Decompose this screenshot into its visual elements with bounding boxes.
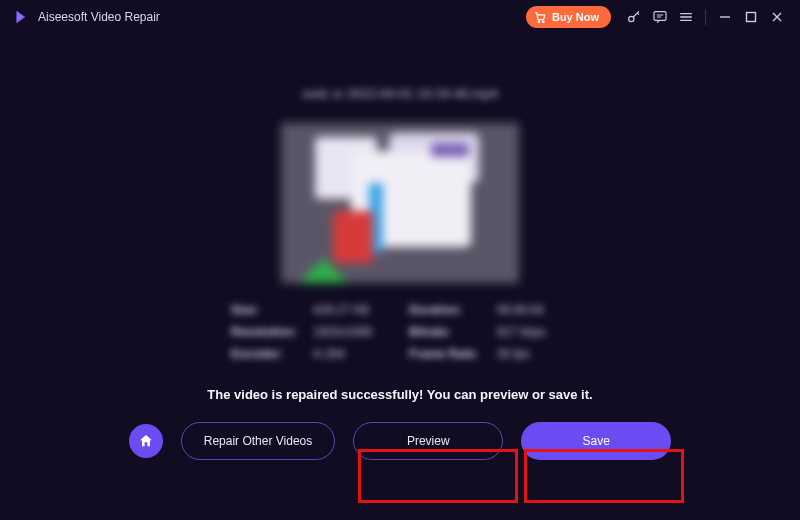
meta-duration-label: Duration:: [409, 303, 487, 317]
app-logo-icon: [12, 8, 30, 26]
meta-framerate-label: Frame Rate:: [409, 347, 487, 361]
cart-icon: [534, 11, 547, 24]
maximize-button[interactable]: [738, 4, 764, 30]
repaired-filename: xxdc sr 2022-04-01 10-33-40.mp4: [302, 86, 498, 101]
svg-point-1: [542, 21, 544, 23]
menu-icon[interactable]: [673, 4, 699, 30]
result-panel: xxdc sr 2022-04-01 10-33-40.mp4 Size: 42…: [0, 34, 800, 520]
app-title: Aiseesoft Video Repair: [38, 10, 160, 24]
titlebar-separator: [705, 9, 706, 25]
meta-bitrate-label: Bitrate:: [409, 325, 487, 339]
preview-button[interactable]: Preview: [353, 422, 503, 460]
titlebar: Aiseesoft Video Repair Buy Now: [0, 0, 800, 34]
home-button[interactable]: [129, 424, 163, 458]
svg-rect-4: [747, 13, 756, 22]
meta-size-value: 429.27 KB: [313, 303, 399, 317]
close-button[interactable]: [764, 4, 790, 30]
buy-now-button[interactable]: Buy Now: [526, 6, 611, 28]
save-button[interactable]: Save: [521, 422, 671, 460]
video-thumbnail: [281, 123, 519, 283]
feedback-icon[interactable]: [647, 4, 673, 30]
status-text: The video is repaired successfully! You …: [207, 387, 592, 402]
video-metadata: Size: 429.27 KB Duration: 00:00:04 Resol…: [231, 303, 569, 361]
action-bar: Repair Other Videos Preview Save: [129, 422, 672, 460]
home-icon: [138, 433, 154, 449]
svg-rect-3: [654, 12, 666, 21]
meta-resolution-label: Resolution:: [231, 325, 303, 339]
minimize-button[interactable]: [712, 4, 738, 30]
meta-resolution-value: 1920x1080: [313, 325, 399, 339]
meta-size-label: Size:: [231, 303, 303, 317]
meta-encoder-label: Encoder:: [231, 347, 303, 361]
meta-framerate-value: 30 fps: [497, 347, 569, 361]
key-icon[interactable]: [621, 4, 647, 30]
meta-encoder-value: H.264: [313, 347, 399, 361]
meta-bitrate-value: 817 kbps: [497, 325, 569, 339]
repair-other-videos-button[interactable]: Repair Other Videos: [181, 422, 336, 460]
svg-point-0: [538, 21, 540, 23]
buy-now-label: Buy Now: [552, 11, 599, 23]
meta-duration-value: 00:00:04: [497, 303, 569, 317]
